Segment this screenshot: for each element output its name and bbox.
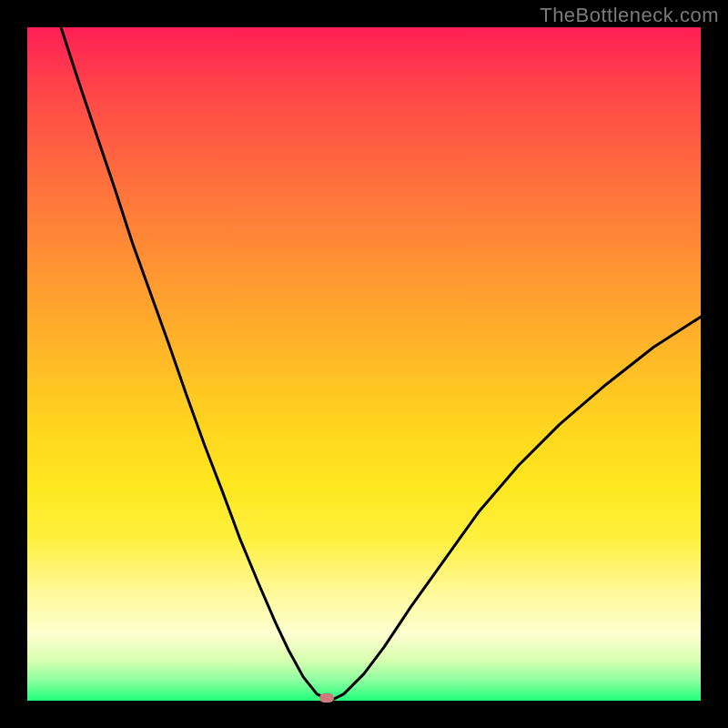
watermark-text: TheBottleneck.com	[540, 4, 719, 27]
plot-area	[27, 27, 701, 701]
optimal-marker	[319, 693, 334, 703]
bottleneck-curve	[27, 27, 701, 701]
chart-frame: TheBottleneck.com	[0, 0, 728, 728]
